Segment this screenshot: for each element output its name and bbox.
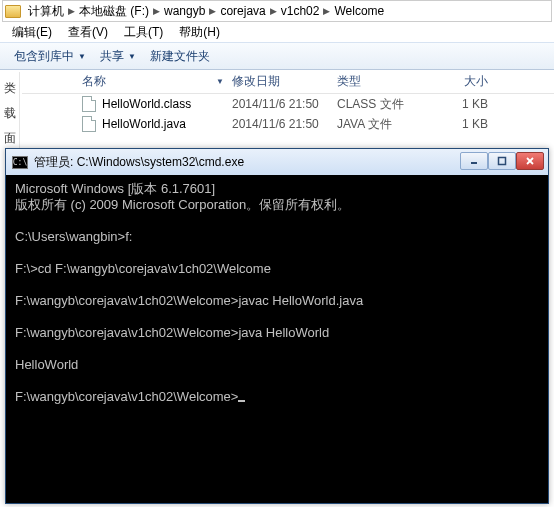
cursor-icon: [238, 400, 245, 402]
share-button[interactable]: 共享 ▼: [94, 46, 142, 67]
menubar: 编辑(E) 查看(V) 工具(T) 帮助(H): [0, 22, 554, 42]
sidebar-item[interactable]: 面: [4, 130, 16, 147]
file-icon: [82, 96, 96, 112]
window-buttons: [460, 152, 544, 172]
header-label: 名称: [82, 73, 106, 90]
menu-edit[interactable]: 编辑(E): [6, 24, 58, 41]
terminal-line: C:\Users\wangbin>f:: [15, 229, 132, 244]
breadcrumb-item[interactable]: wangyb: [161, 4, 208, 18]
breadcrumb[interactable]: 计算机▶ 本地磁盘 (F:)▶ wangyb▶ corejava▶ v1ch02…: [2, 0, 552, 22]
file-explorer: 计算机▶ 本地磁盘 (F:)▶ wangyb▶ corejava▶ v1ch02…: [0, 0, 554, 134]
include-in-library-button[interactable]: 包含到库中 ▼: [8, 46, 92, 67]
maximize-icon: [497, 156, 507, 166]
new-folder-button[interactable]: 新建文件夹: [144, 46, 216, 67]
close-icon: [525, 156, 535, 166]
column-headers: 名称 ▼ 修改日期 类型 大小: [22, 70, 554, 94]
toolbar: 包含到库中 ▼ 共享 ▼ 新建文件夹: [0, 42, 554, 70]
toolbar-label: 共享: [100, 48, 124, 65]
column-size[interactable]: 大小: [432, 73, 502, 90]
svg-rect-1: [499, 158, 506, 165]
chevron-right-icon: ▶: [322, 6, 331, 16]
terminal-line: F:\wangyb\corejava\v1ch02\Welcome>javac …: [15, 293, 363, 308]
chevron-right-icon: ▶: [152, 6, 161, 16]
column-name[interactable]: 名称 ▼: [22, 73, 232, 90]
file-size: 1 KB: [432, 97, 502, 111]
table-row[interactable]: HelloWorld.class 2014/11/6 21:50 CLASS 文…: [22, 94, 554, 114]
terminal-output[interactable]: Microsoft Windows [版本 6.1.7601] 版权所有 (c)…: [11, 179, 543, 498]
chevron-down-icon: ▼: [78, 52, 86, 61]
file-type: CLASS 文件: [337, 96, 432, 113]
titlebar[interactable]: C:\ 管理员: C:\Windows\system32\cmd.exe: [6, 149, 548, 175]
window-title: 管理员: C:\Windows\system32\cmd.exe: [34, 154, 460, 171]
menu-view[interactable]: 查看(V): [62, 24, 114, 41]
sidebar: 类 载 面: [0, 72, 20, 152]
folder-icon: [5, 5, 21, 18]
breadcrumb-item[interactable]: 计算机: [25, 3, 67, 20]
column-modified[interactable]: 修改日期: [232, 73, 337, 90]
terminal-line: F:\wangyb\corejava\v1ch02\Welcome>: [15, 389, 238, 404]
file-modified: 2014/11/6 21:50: [232, 117, 337, 131]
cmd-icon: C:\: [12, 156, 28, 169]
breadcrumb-item[interactable]: 本地磁盘 (F:): [76, 3, 152, 20]
minimize-button[interactable]: [460, 152, 488, 170]
menu-help[interactable]: 帮助(H): [173, 24, 226, 41]
breadcrumb-item[interactable]: v1ch02: [278, 4, 323, 18]
chevron-down-icon: ▼: [128, 52, 136, 61]
minimize-icon: [469, 156, 479, 166]
menu-tools[interactable]: 工具(T): [118, 24, 169, 41]
terminal-line: Microsoft Windows [版本 6.1.7601]: [15, 181, 215, 196]
toolbar-label: 包含到库中: [14, 48, 74, 65]
maximize-button[interactable]: [488, 152, 516, 170]
table-row[interactable]: HelloWorld.java 2014/11/6 21:50 JAVA 文件 …: [22, 114, 554, 134]
terminal-line: 版权所有 (c) 2009 Microsoft Corporation。保留所有…: [15, 197, 350, 212]
file-name: HelloWorld.java: [102, 117, 186, 131]
terminal-line: HelloWorld: [15, 357, 78, 372]
chevron-right-icon: ▶: [208, 6, 217, 16]
file-list: 名称 ▼ 修改日期 类型 大小 HelloWorld.class 2014/11…: [22, 70, 554, 134]
breadcrumb-item[interactable]: Welcome: [331, 4, 387, 18]
close-button[interactable]: [516, 152, 544, 170]
file-size: 1 KB: [432, 117, 502, 131]
toolbar-label: 新建文件夹: [150, 48, 210, 65]
breadcrumb-item[interactable]: corejava: [217, 4, 268, 18]
file-name: HelloWorld.class: [102, 97, 191, 111]
sidebar-item[interactable]: 载: [4, 105, 16, 122]
terminal-line: F:\wangyb\corejava\v1ch02\Welcome>java H…: [15, 325, 329, 340]
file-modified: 2014/11/6 21:50: [232, 97, 337, 111]
file-type: JAVA 文件: [337, 116, 432, 133]
terminal-line: F:\>cd F:\wangyb\corejava\v1ch02\Welcome: [15, 261, 271, 276]
chevron-right-icon: ▶: [269, 6, 278, 16]
file-icon: [82, 116, 96, 132]
sort-indicator-icon: ▼: [216, 77, 224, 86]
sidebar-item[interactable]: 类: [4, 80, 16, 97]
cmd-window: C:\ 管理员: C:\Windows\system32\cmd.exe Mic…: [5, 148, 549, 504]
chevron-right-icon: ▶: [67, 6, 76, 16]
column-type[interactable]: 类型: [337, 73, 432, 90]
